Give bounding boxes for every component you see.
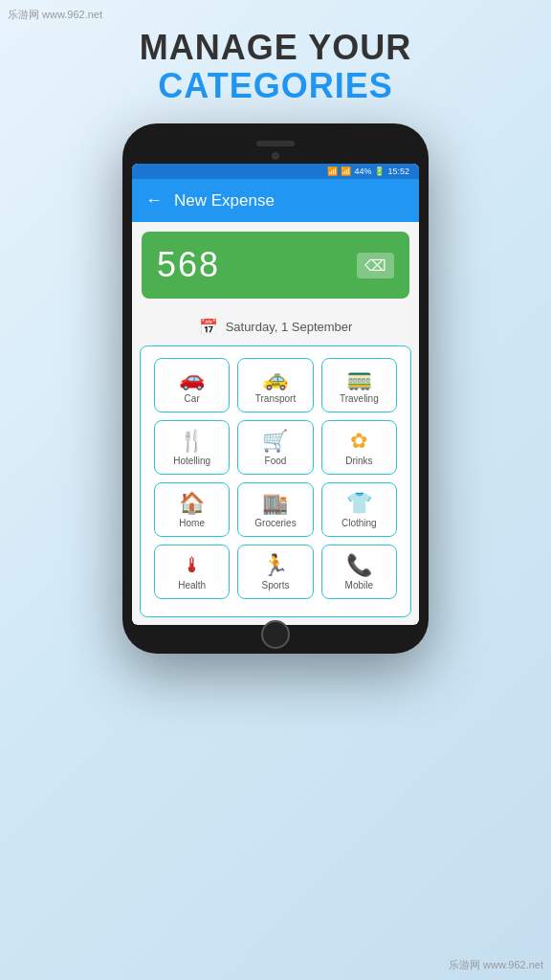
date-section[interactable]: 📅 Saturday, 1 September — [132, 308, 419, 345]
category-item-sports[interactable]: 🏃Sports — [237, 545, 313, 599]
status-bar: 📶 📶 44% 🔋 15:52 — [132, 164, 419, 179]
watermark-bottom: 乐游网 www.962.net — [449, 958, 543, 972]
transport-label: Transport — [255, 393, 296, 404]
sports-label: Sports — [262, 580, 290, 590]
battery-icon: 🔋 — [374, 167, 385, 176]
back-button[interactable]: ← — [145, 190, 163, 211]
health-label: Health — [178, 580, 206, 590]
sports-icon: 🏃 — [262, 555, 288, 576]
header-line2: CATEGORIES — [19, 67, 532, 105]
drinks-label: Drinks — [345, 456, 372, 466]
app-bar-title: New Expense — [174, 191, 275, 211]
mobile-icon: 📞 — [346, 555, 372, 576]
home-label: Home — [179, 518, 205, 528]
category-item-home[interactable]: 🏠Home — [154, 482, 230, 537]
groceries-icon: 🏬 — [262, 493, 288, 514]
category-item-drinks[interactable]: ✿Drinks — [321, 420, 397, 475]
hotelling-icon: 🍴 — [179, 431, 205, 452]
category-item-mobile[interactable]: 📞Mobile — [321, 545, 397, 599]
clothing-label: Clothing — [342, 518, 377, 528]
category-item-transport[interactable]: 🚕Transport — [237, 358, 313, 412]
phone-camera — [272, 152, 279, 160]
mobile-label: Mobile — [345, 580, 373, 590]
drinks-icon: ✿ — [350, 431, 367, 452]
signal-icon: 📶 — [341, 167, 351, 176]
category-item-clothing[interactable]: 👕Clothing — [321, 482, 397, 537]
hotelling-label: Hotelling — [173, 456, 210, 466]
app-bar: ← New Expense — [132, 179, 419, 222]
delete-button[interactable]: ⌫ — [357, 253, 394, 278]
phone-bottom — [132, 625, 419, 636]
traveling-icon: 🚃 — [346, 368, 372, 390]
phone-mockup: 📶 📶 44% 🔋 15:52 ← New Expense 568 ⌫ 📅 Sa… — [122, 123, 429, 654]
home-button[interactable] — [261, 620, 290, 649]
transport-icon: 🚕 — [262, 368, 288, 390]
home-icon: 🏠 — [179, 493, 205, 514]
phone-screen: 📶 📶 44% 🔋 15:52 ← New Expense 568 ⌫ 📅 Sa… — [132, 164, 419, 625]
category-item-health[interactable]: 🌡Health — [154, 545, 230, 599]
wifi-icon: 📶 — [327, 167, 338, 176]
food-label: Food — [265, 456, 287, 466]
clothing-icon: 👕 — [346, 493, 372, 514]
battery-percent: 44% — [354, 167, 371, 176]
category-item-traveling[interactable]: 🚃Traveling — [321, 358, 397, 412]
car-label: Car — [185, 393, 200, 404]
status-icons: 📶 📶 44% 🔋 15:52 — [327, 167, 409, 176]
amount-section[interactable]: 568 ⌫ — [142, 232, 409, 299]
category-item-food[interactable]: 🛒Food — [237, 420, 313, 475]
phone-speaker — [256, 141, 295, 146]
category-item-groceries[interactable]: 🏬Groceries — [237, 482, 313, 537]
health-icon: 🌡 — [182, 555, 203, 576]
phone-top-decoration — [132, 141, 419, 164]
groceries-label: Groceries — [254, 518, 296, 528]
calendar-icon: 📅 — [199, 318, 218, 336]
traveling-label: Traveling — [340, 393, 379, 404]
header-line1: MANAGE YOUR — [19, 29, 532, 67]
amount-value: 568 — [157, 245, 220, 285]
categories-grid: 🚗Car🚕Transport🚃Traveling🍴Hotelling🛒Food✿… — [150, 350, 401, 607]
categories-container: 🚗Car🚕Transport🚃Traveling🍴Hotelling🛒Food✿… — [140, 345, 411, 617]
date-label: Saturday, 1 September — [226, 320, 353, 334]
category-item-car[interactable]: 🚗Car — [154, 358, 230, 412]
status-time: 15:52 — [387, 167, 409, 176]
category-item-hotelling[interactable]: 🍴Hotelling — [154, 420, 230, 475]
watermark-top: 乐游网 www.962.net — [8, 8, 102, 22]
food-icon: 🛒 — [262, 431, 288, 452]
car-icon: 🚗 — [179, 368, 205, 390]
